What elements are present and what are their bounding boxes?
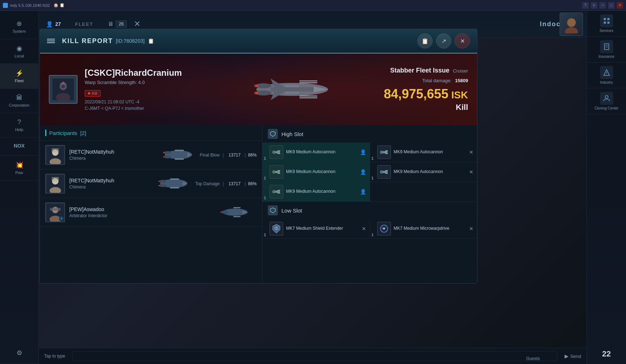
participants-bar bbox=[45, 130, 46, 136]
close-section: ✕ bbox=[134, 19, 140, 29]
autocannon-icon-4 bbox=[377, 165, 391, 179]
sidebar-item-nox[interactable]: NOX bbox=[0, 137, 38, 156]
participant-1-info: [RETC]NotMattyhuh Chimera bbox=[69, 149, 157, 161]
svg-rect-3 bbox=[607, 18, 609, 20]
sidebar-item-settings[interactable]: ⚙ bbox=[0, 344, 38, 364]
industry-label: Industry bbox=[600, 80, 613, 84]
svg-rect-58 bbox=[50, 208, 61, 211]
screen-icon: 🖥 bbox=[108, 21, 113, 27]
chat-input[interactable] bbox=[73, 351, 557, 361]
svg-point-81 bbox=[380, 171, 383, 173]
system-icon: ⊕ bbox=[17, 20, 22, 28]
modal-close-btn[interactable]: ✕ bbox=[455, 33, 470, 48]
svg-point-61 bbox=[222, 210, 228, 214]
sidebar-right-services[interactable]: Services bbox=[587, 11, 626, 37]
modal-title: KILL REPORT bbox=[62, 37, 113, 45]
sidebar-item-label-fleet: Fleet bbox=[15, 79, 23, 83]
screen-count: 26 bbox=[116, 20, 127, 28]
autocannon-icon-1 bbox=[270, 145, 283, 159]
sidebar-right-insurance[interactable]: Insurance bbox=[587, 37, 626, 62]
svg-point-1 bbox=[565, 27, 578, 33]
help-btn[interactable]: ? bbox=[582, 2, 589, 9]
sidebar-item-label-local: Local bbox=[14, 54, 24, 58]
plus-icon: + bbox=[59, 216, 64, 221]
minimize-btn[interactable]: ─ bbox=[599, 2, 606, 9]
modal-notes-btn[interactable]: 📋 bbox=[417, 33, 433, 48]
menu-btn[interactable]: ≡ bbox=[591, 2, 597, 9]
title-bar: indy 5.5.100.1040 N32 🏠 📋 ? ≡ ─ □ ✕ bbox=[0, 0, 626, 11]
slot-item: 1 MK9 Medium Autocannon 👤 bbox=[262, 162, 370, 182]
svg-rect-54 bbox=[170, 187, 179, 188]
svg-rect-42 bbox=[175, 158, 184, 160]
shield-icon bbox=[268, 129, 278, 139]
sidebar-item-help[interactable]: ? Help bbox=[0, 113, 38, 137]
participant-3-avatar: + bbox=[45, 202, 65, 222]
top-close-btn[interactable]: ✕ bbox=[134, 19, 140, 29]
svg-rect-84 bbox=[277, 193, 280, 193]
participant-1-damage: 13717 bbox=[229, 153, 240, 158]
close-icon-4[interactable]: ✕ bbox=[469, 226, 473, 232]
shield-extender-icon bbox=[270, 222, 283, 235]
modal-menu-button[interactable] bbox=[47, 39, 55, 43]
svg-point-15 bbox=[61, 85, 65, 88]
close-icon-1[interactable]: ✕ bbox=[469, 149, 473, 155]
help-icon: ? bbox=[17, 118, 21, 126]
participant-1-ship-img bbox=[162, 147, 195, 163]
modal-export-btn[interactable]: ↗ bbox=[436, 33, 451, 48]
final-blow-label: Final Blow bbox=[200, 153, 220, 158]
close-icon-3[interactable]: ✕ bbox=[362, 226, 366, 232]
user-avatar bbox=[560, 13, 583, 36]
svg-marker-65 bbox=[270, 131, 275, 136]
sidebar-item-fleet[interactable]: ⚡ Fleet bbox=[0, 64, 38, 89]
svg-rect-2 bbox=[604, 18, 606, 20]
svg-rect-6 bbox=[604, 44, 609, 50]
svg-rect-29 bbox=[299, 95, 317, 97]
person-count: 27 bbox=[55, 21, 61, 27]
svg-rect-30 bbox=[299, 97, 317, 98]
insurance-icon bbox=[600, 40, 613, 53]
slot-item-shield: 1 MK7 Medium Shield Extender ✕ bbox=[262, 219, 370, 238]
sidebar-item-pew[interactable]: 💥 Pew bbox=[0, 156, 38, 181]
svg-point-24 bbox=[254, 92, 258, 94]
top-damage-label: Top Damage bbox=[195, 181, 220, 186]
svg-rect-64 bbox=[233, 216, 240, 217]
send-label: Send bbox=[570, 354, 581, 359]
participant-1-stats: Final Blow | 13717 | 86% bbox=[200, 153, 257, 158]
slot-item: 1 MK9 Medium Autocannon ✕ bbox=[370, 162, 477, 182]
maximize-btn[interactable]: □ bbox=[608, 2, 615, 9]
slot-item: 1 MK9 Medium Autocannon 👤 bbox=[262, 143, 370, 162]
close-icon-2[interactable]: ✕ bbox=[469, 169, 473, 175]
svg-point-62 bbox=[220, 211, 223, 213]
settings-icon: ⚙ bbox=[17, 349, 22, 357]
isk-value: 84,975,655 bbox=[384, 87, 448, 101]
copy-icon[interactable]: 📋 bbox=[148, 38, 154, 44]
title-bar-text: indy 5.5.100.1040 N32 bbox=[10, 3, 50, 8]
sidebar-item-corporation[interactable]: 🏛 Corporation bbox=[0, 89, 38, 113]
kill-badge: Kill bbox=[85, 90, 101, 97]
modal-header: KILL REPORT [ID:7608203] 📋 📋 ↗ ✕ bbox=[40, 29, 477, 53]
slot-row-low: 1 MK7 Medium Shield Extender ✕ 1 MK7 Med… bbox=[262, 219, 477, 239]
sidebar-right-industry[interactable]: Industry bbox=[587, 62, 626, 88]
sidebar-item-local[interactable]: ◉ Local bbox=[0, 39, 38, 64]
participant-1-percent: 86% bbox=[248, 153, 257, 158]
svg-rect-68 bbox=[277, 153, 280, 154]
sidebar-item-system[interactable]: ⊕ System bbox=[0, 14, 38, 39]
svg-rect-76 bbox=[277, 173, 280, 174]
app-icon bbox=[3, 3, 8, 8]
sidebar-item-label-corp: Corporation bbox=[9, 103, 29, 107]
mwd-name: MK7 Medium Microwarpdrive bbox=[394, 226, 467, 232]
close-btn[interactable]: ✕ bbox=[617, 2, 623, 9]
participant-1-name: [RETC]NotMattyhuh bbox=[69, 149, 157, 155]
sidebar-item-label-pew: Pew bbox=[15, 171, 23, 175]
person-icon: 👤 bbox=[46, 21, 53, 28]
participants-count: [2] bbox=[80, 130, 86, 136]
victim-info: [CSKC]RichardCranium Warp Scramble Stren… bbox=[85, 68, 182, 111]
svg-rect-27 bbox=[299, 82, 317, 83]
sidebar-right-cloning[interactable]: Cloning Center bbox=[587, 88, 626, 114]
slot-item: 1 MK9 Medium Autocannon ✕ bbox=[370, 143, 477, 162]
svg-rect-18 bbox=[271, 87, 314, 92]
send-section[interactable]: ▶ Send bbox=[565, 353, 581, 359]
tap-to-type[interactable]: Tap to type bbox=[44, 354, 65, 359]
sidebar-item-label-help: Help bbox=[15, 127, 23, 132]
svg-rect-75 bbox=[277, 170, 280, 171]
